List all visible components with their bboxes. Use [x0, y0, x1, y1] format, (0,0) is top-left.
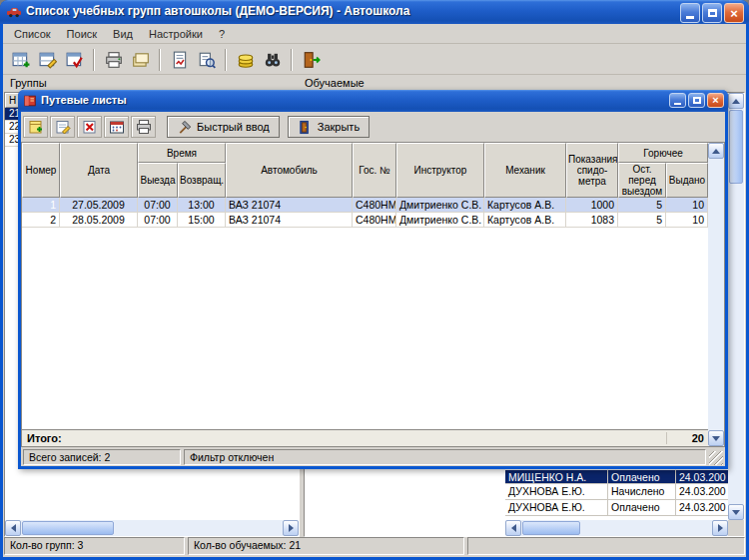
- scroll-thumb[interactable]: [22, 521, 114, 535]
- add-record-icon: [28, 119, 44, 135]
- cell-depart[interactable]: 07:00: [138, 213, 178, 228]
- close-trip-sheets-button[interactable]: Закрыть: [288, 116, 370, 138]
- dialog-title: Путевые листы: [41, 94, 127, 106]
- cell-instructor[interactable]: Дмитриенко С.В.: [396, 198, 484, 213]
- cell-odometer[interactable]: 1083: [566, 213, 618, 228]
- payments-hscrollbar[interactable]: [505, 520, 728, 536]
- menu-help[interactable]: ?: [212, 26, 232, 42]
- col-header-time[interactable]: Время: [138, 143, 226, 163]
- payment-row[interactable]: МИЩЕНКО Н.А. Оплачено 24.03.200: [505, 470, 730, 484]
- scroll-thumb[interactable]: [729, 110, 743, 184]
- dialog-minimize-button[interactable]: [669, 93, 686, 108]
- minimize-button[interactable]: [680, 3, 700, 23]
- exit-button[interactable]: [298, 47, 325, 73]
- print-button[interactable]: [100, 47, 127, 73]
- cell-fuel-issued[interactable]: 10: [666, 213, 708, 228]
- col-header-number[interactable]: Номер: [22, 143, 60, 198]
- col-header-return[interactable]: Возвращ.: [178, 163, 226, 198]
- add-group-button[interactable]: [7, 47, 34, 73]
- payment-row[interactable]: ДУХНОВА Е.Ю. Оплачено 24.03.200: [505, 500, 730, 516]
- arrow-down-icon: [712, 436, 720, 441]
- col-header-date[interactable]: Дата: [60, 143, 138, 198]
- col-header-mechanic[interactable]: Механик: [484, 143, 566, 198]
- add-record-button[interactable]: [23, 116, 48, 138]
- menubar: Список Поиск Вид Настройки ?: [3, 24, 746, 44]
- scroll-up-button[interactable]: [708, 143, 724, 159]
- students-vscrollbar[interactable]: [728, 93, 744, 520]
- scroll-right-button[interactable]: [712, 520, 728, 536]
- edit-group-button[interactable]: [34, 47, 61, 73]
- groups-hscrollbar[interactable]: [5, 520, 299, 536]
- report-button[interactable]: [166, 47, 193, 73]
- scroll-down-button[interactable]: [708, 430, 724, 446]
- col-header-odometer[interactable]: Показания спидо-метра: [566, 143, 618, 198]
- print-preview-button[interactable]: [193, 47, 220, 73]
- trip-row[interactable]: 1 27.05.2009 07:00 13:00 ВАЗ 21074 С480Н…: [22, 198, 708, 213]
- calendar-button[interactable]: [104, 116, 129, 138]
- arrow-up-icon: [732, 99, 740, 104]
- quick-input-button[interactable]: Быстрый ввод: [167, 116, 280, 138]
- cell-return[interactable]: 13:00: [178, 198, 226, 213]
- menu-poisk[interactable]: Поиск: [60, 26, 104, 42]
- cell-mechanic[interactable]: Картусов А.В.: [484, 213, 566, 228]
- payment-row[interactable]: ДУХНОВА Е.Ю. Начислено 24.03.200: [505, 484, 730, 500]
- cell-fuel-issued[interactable]: 10: [666, 198, 708, 213]
- cell-odometer[interactable]: 1000: [566, 198, 618, 213]
- print-icon: [136, 119, 152, 135]
- col-header-fuel[interactable]: Горючее: [618, 143, 708, 163]
- scroll-down-button[interactable]: [728, 504, 744, 520]
- dialog-toolbar: Быстрый ввод Закрыть: [23, 115, 370, 139]
- menu-vid[interactable]: Вид: [106, 26, 140, 42]
- scroll-thumb[interactable]: [522, 521, 580, 535]
- cell-mechanic[interactable]: Картусов А.В.: [484, 198, 566, 213]
- cell-fuel-before[interactable]: 5: [618, 198, 666, 213]
- scroll-left-button[interactable]: [505, 520, 521, 536]
- report-icon: [171, 51, 189, 69]
- cell-car[interactable]: ВАЗ 21074: [226, 198, 353, 213]
- resize-grip[interactable]: [709, 451, 723, 465]
- menu-spisok[interactable]: Список: [7, 26, 58, 42]
- main-titlebar[interactable]: Список учебных групп автошколы (ДЕМО-ВЕР…: [0, 0, 749, 24]
- col-header-depart[interactable]: Выезда: [138, 163, 178, 198]
- col-header-fuel-before[interactable]: Ост. перед выездом: [618, 163, 666, 198]
- cell-car[interactable]: ВАЗ 21074: [226, 213, 353, 228]
- delete-record-button[interactable]: [77, 116, 102, 138]
- payments-icon: [237, 51, 255, 69]
- cell-return[interactable]: 15:00: [178, 213, 226, 228]
- cell-number[interactable]: 2: [22, 213, 60, 228]
- dialog-close-button[interactable]: ×: [707, 93, 724, 108]
- card-file-button[interactable]: [127, 47, 154, 73]
- grid-vscrollbar[interactable]: [708, 143, 724, 446]
- dialog-titlebar[interactable]: Путевые листы ×: [18, 90, 728, 112]
- trip-row[interactable]: 2 28.05.2009 07:00 15:00 ВАЗ 21074 С480Н…: [22, 213, 708, 228]
- records-count: Всего записей: 2: [23, 449, 181, 465]
- journal-button[interactable]: [61, 47, 88, 73]
- payments-button[interactable]: [232, 47, 259, 73]
- cell-date[interactable]: 27.05.2009: [60, 198, 138, 213]
- arrow-right-icon: [289, 524, 294, 532]
- edit-record-button[interactable]: [50, 116, 75, 138]
- dialog-maximize-button[interactable]: [688, 93, 705, 108]
- maximize-button[interactable]: [702, 3, 722, 23]
- scroll-right-button[interactable]: [283, 520, 299, 536]
- cell-depart[interactable]: 07:00: [138, 198, 178, 213]
- arrow-right-icon: [718, 524, 723, 532]
- add-group-icon: [12, 51, 30, 69]
- cell-date[interactable]: 28.05.2009: [60, 213, 138, 228]
- print-record-button[interactable]: [131, 116, 156, 138]
- col-header-plate[interactable]: Гос. №: [353, 143, 396, 198]
- col-header-fuel-issued[interactable]: Выдано: [666, 163, 708, 198]
- cell-plate[interactable]: С480НМ: [353, 198, 396, 213]
- cell-fuel-before[interactable]: 5: [618, 213, 666, 228]
- cell-number[interactable]: 1: [22, 198, 60, 213]
- search-button[interactable]: [259, 47, 286, 73]
- scroll-up-button[interactable]: [728, 93, 744, 109]
- menu-nastroiki[interactable]: Настройки: [142, 26, 210, 42]
- col-header-car[interactable]: Автомобиль: [226, 143, 353, 198]
- col-header-instructor[interactable]: Инструктор: [396, 143, 484, 198]
- scroll-left-button[interactable]: [5, 520, 21, 536]
- cell-plate[interactable]: С480НМ: [353, 213, 396, 228]
- close-button[interactable]: ×: [724, 3, 744, 23]
- toolbar-separator: [159, 49, 161, 71]
- cell-instructor[interactable]: Дмитриенко С.В.: [396, 213, 484, 228]
